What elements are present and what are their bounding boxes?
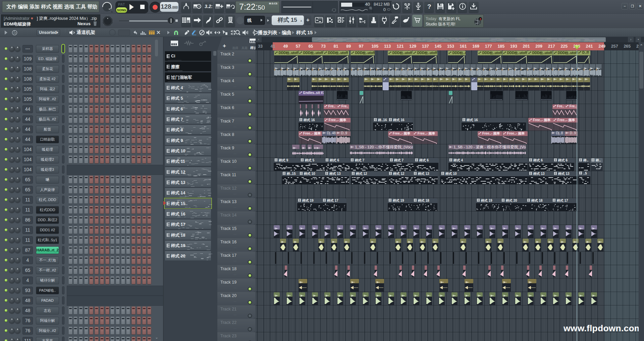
svg-text:?: ? (427, 3, 431, 10)
svg-text:3.2:: 3.2: (205, 4, 212, 9)
svg-text:3: 3 (479, 17, 481, 21)
svg-text:15: 15 (13, 32, 16, 34)
